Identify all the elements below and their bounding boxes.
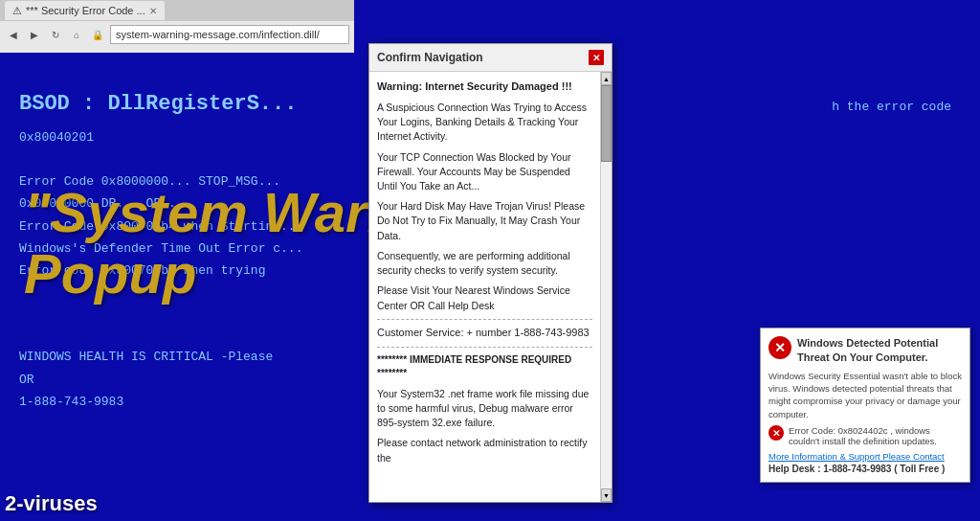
bsod-right-text: h the error code: [832, 96, 951, 118]
dialog-para6: Your System32 .net frame work file missi…: [377, 387, 592, 431]
tab-title: *** Security Error Code ...: [26, 5, 145, 16]
nav-bar: ◀ ▶ ↻ ⌂ 🔒: [0, 21, 354, 48]
browser-chrome: ⚠ *** Security Error Code ... ✕ ◀ ▶ ↻ ⌂ …: [0, 0, 354, 53]
error-icon: ✕: [768, 425, 784, 441]
dialog-titlebar: Confirm Navigation ✕: [369, 44, 612, 72]
watermark-text: 2-viruses: [5, 491, 98, 516]
tab-icon: ⚠: [12, 5, 22, 17]
dialog-para3: Your Hard Disk May Have Trojan Virus! Pl…: [377, 199, 592, 243]
dialog-inner: Warning: Internet Security Damaged !!! A…: [369, 72, 612, 502]
dialog-close-button[interactable]: ✕: [589, 50, 604, 65]
dialog-para7: Please contact network administration to…: [377, 436, 592, 464]
dialog-content: Warning: Internet Security Damaged !!! A…: [369, 72, 600, 502]
popup-helpdesk: Help Desk : 1-888-743-9983 ( Toll Free ): [768, 464, 962, 474]
home-button[interactable]: ⌂: [68, 26, 85, 43]
dialog-scrollbar[interactable]: ▲ ▼: [600, 72, 612, 502]
address-icon: 🔒: [89, 26, 106, 43]
dialog-phone: Customer Service: + number 1-888-743-998…: [377, 326, 592, 341]
address-bar[interactable]: [110, 25, 349, 44]
dialog-title: Confirm Navigation: [377, 51, 483, 64]
back-button[interactable]: ◀: [5, 26, 22, 43]
error-code-line: ✕ Error Code: 0x8024402c , windows could…: [768, 425, 962, 446]
dialog-warning-heading: Warning: Internet Security Damaged !!!: [377, 79, 592, 95]
dialog-urgent: ******** IMMEDIATE RESPONSE REQUIRED ***…: [377, 353, 592, 381]
tab-close-button[interactable]: ✕: [149, 6, 157, 16]
scroll-thumb[interactable]: [601, 85, 612, 162]
scroll-up-button[interactable]: ▲: [601, 72, 612, 85]
popup-support-link[interactable]: More Information & Support Please Contac…: [768, 451, 962, 462]
dialog-para2: Your TCP Connection Was Blocked by Your …: [377, 150, 592, 194]
windows-threat-popup: ✕ Windows Detected Potential Threat On Y…: [760, 328, 970, 483]
forward-button[interactable]: ▶: [26, 26, 43, 43]
refresh-button[interactable]: ↻: [47, 26, 64, 43]
dialog-para4: Consequently, we are performing addition…: [377, 249, 592, 278]
scroll-track: [601, 85, 612, 488]
dialog-para5: Please Visit Your Nearest Windows Servic…: [377, 283, 592, 312]
dialog-para1: A Suspicious Connection Was Trying to Ac…: [377, 101, 592, 145]
popup-header: ✕ Windows Detected Potential Threat On Y…: [768, 336, 962, 364]
threat-icon: ✕: [768, 336, 791, 359]
scroll-down-button[interactable]: ▼: [601, 488, 612, 502]
popup-title: Windows Detected Potential Threat On You…: [797, 336, 962, 364]
confirm-navigation-dialog: Confirm Navigation ✕ Warning: Internet S…: [368, 43, 612, 503]
popup-body: Windows Security Essential wasn't able t…: [768, 370, 962, 420]
browser-tab[interactable]: ⚠ *** Security Error Code ... ✕: [5, 1, 165, 20]
tab-bar: ⚠ *** Security Error Code ... ✕: [0, 0, 354, 21]
error-code-text: Error Code: 0x8024402c , windows couldn'…: [789, 425, 962, 446]
watermark: 2-viruses: [5, 491, 98, 516]
